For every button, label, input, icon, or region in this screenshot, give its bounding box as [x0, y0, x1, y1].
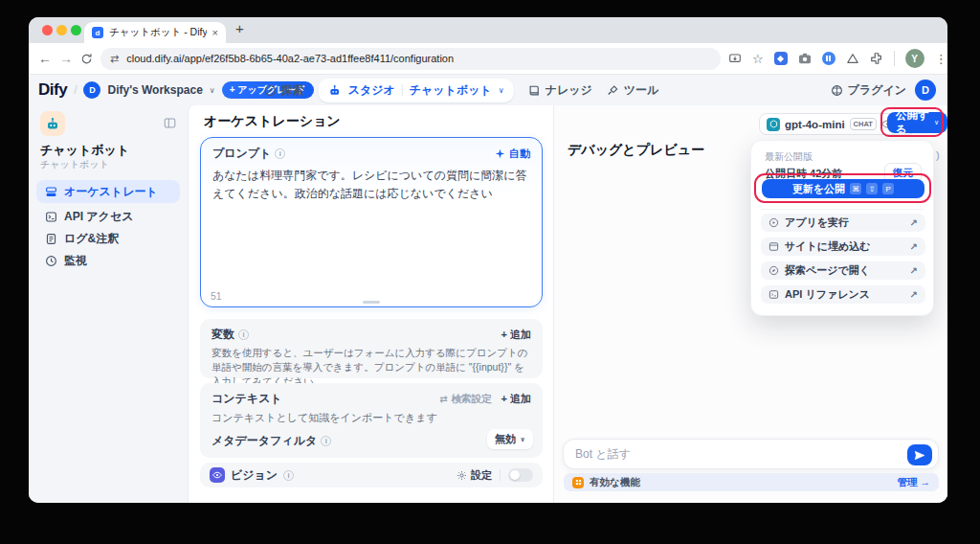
- model-name: gpt-4o-mini: [785, 119, 845, 130]
- send-button[interactable]: [907, 444, 932, 465]
- bookmark-star-icon[interactable]: ☆: [752, 52, 764, 66]
- auto-generate-button[interactable]: 自動: [495, 147, 530, 161]
- vision-toggle[interactable]: [508, 468, 533, 482]
- pause-extension-icon[interactable]: [822, 52, 835, 65]
- update-publish-button[interactable]: 更新を公開 ⌘ ⇧ P: [762, 179, 924, 198]
- info-icon[interactable]: i: [238, 329, 249, 340]
- add-context-button[interactable]: + 追加: [501, 392, 531, 406]
- back-icon[interactable]: ←: [38, 51, 52, 66]
- app-chevron-icon[interactable]: ∨: [499, 86, 504, 95]
- app-type: チャットボット: [40, 158, 109, 171]
- workspace-name[interactable]: Dify's Workspace: [107, 83, 202, 97]
- model-provider-icon: [767, 118, 780, 131]
- manage-features-link[interactable]: 管理 →: [898, 476, 930, 489]
- nav-studio[interactable]: スタジオ: [348, 82, 395, 99]
- reload-icon[interactable]: [80, 53, 93, 65]
- sidebar-item-api-access[interactable]: API アクセス: [36, 205, 180, 228]
- retrieval-settings-button[interactable]: ⇄ 検索設定: [439, 393, 491, 406]
- browser-toolbar: ← → ⇄ cloud.dify.ai/app/ef26f5b8-6b65-40…: [29, 43, 947, 75]
- orchestration-panel: オーケストレーション プロンプト i 自動 あなたは料理専門家です。レシピについ…: [188, 105, 553, 503]
- vision-settings-button[interactable]: 設定: [457, 468, 492, 483]
- site-info-icon[interactable]: ⇄: [110, 53, 119, 65]
- cloud-extension-icon[interactable]: [846, 53, 859, 64]
- info-icon[interactable]: i: [283, 470, 294, 481]
- api-reference-icon: [768, 289, 779, 300]
- features-label: 有効な機能: [590, 476, 640, 489]
- plugins-icon: [831, 84, 843, 97]
- metadata-filter-dropdown[interactable]: 無効 ∨: [487, 429, 533, 449]
- url-text: cloud.dify.ai/app/ef26f5b8-6b65-40a2-ae7…: [126, 53, 454, 64]
- nav-tools[interactable]: ツール: [607, 82, 659, 99]
- orchestrate-icon: [45, 186, 57, 198]
- menu-item-embed-site[interactable]: サイトに埋め込む ↗: [761, 238, 925, 256]
- resize-handle[interactable]: [363, 301, 380, 304]
- sidebar-item-logs[interactable]: ログ&注釈: [36, 227, 180, 250]
- close-window-button[interactable]: [42, 25, 53, 35]
- book-icon: [528, 84, 541, 97]
- chevron-down-icon: ∨: [934, 119, 939, 126]
- sidebar-item-monitoring[interactable]: 監視: [36, 249, 180, 272]
- workspace-chevron-icon[interactable]: ∨: [210, 86, 215, 95]
- pill-divider: [402, 84, 403, 96]
- dify-logo: Dify: [38, 80, 67, 100]
- publish-button[interactable]: 公開する ∨: [887, 112, 947, 133]
- gear-icon: [457, 470, 467, 481]
- user-avatar[interactable]: D: [915, 79, 936, 101]
- app-icon: [40, 111, 65, 136]
- send-icon: [914, 450, 925, 461]
- menu-item-api-reference[interactable]: API リファレンス ↗: [761, 285, 925, 304]
- app-name: チャットボット: [40, 142, 129, 159]
- address-bar[interactable]: ⇄ cloud.dify.ai/app/ef26f5b8-6b65-40a2-a…: [100, 48, 721, 70]
- latest-version-label: 最新公開版: [765, 150, 813, 164]
- extension-icon[interactable]: [774, 52, 788, 65]
- browser-tab[interactable]: d チャットボット - Dify ×: [84, 22, 226, 43]
- browser-tab-strip: d チャットボット - Dify × +: [29, 17, 947, 43]
- api-icon: [45, 211, 57, 223]
- screen: d チャットボット - Dify × + ← → ⇄ cloud.dify.ai…: [0, 0, 980, 544]
- enabled-features-bar: 有効な機能 管理 →: [564, 473, 939, 491]
- zoom-window-button[interactable]: [71, 25, 81, 35]
- forward-icon[interactable]: →: [59, 51, 73, 66]
- plugins-button[interactable]: プラグイン: [831, 82, 906, 99]
- install-app-icon[interactable]: [728, 53, 742, 65]
- collapse-sidebar-icon[interactable]: [164, 117, 176, 129]
- chat-input-box: [563, 439, 939, 469]
- info-icon[interactable]: i: [275, 148, 285, 159]
- robot-icon: [328, 84, 342, 97]
- explore-compass-icon: [264, 84, 277, 97]
- screenshot-extension-icon[interactable]: [798, 53, 812, 64]
- extensions-puzzle-icon[interactable]: [870, 52, 883, 65]
- menu-item-open-explore[interactable]: 探索ページで開く ↗: [761, 261, 925, 280]
- info-icon[interactable]: i: [321, 436, 331, 446]
- menu-item-run-app[interactable]: アプリを実行 ↗: [761, 214, 925, 232]
- context-label: コンテキスト: [212, 391, 282, 407]
- new-tab-button[interactable]: +: [235, 20, 244, 36]
- tab-title: チャットボット - Dify: [109, 26, 207, 39]
- variables-label: 変数: [212, 327, 234, 343]
- publish-dropdown: 最新公開版 公開日時 42分前 復元 更新を公開 ⌘ ⇧ P アプリを実行: [750, 140, 934, 316]
- dify-header: Dify / D Dify's Workspace ∨ + アップグレード 探索…: [29, 75, 947, 105]
- workspace-avatar[interactable]: D: [83, 81, 100, 99]
- prompt-text[interactable]: あなたは料理専門家です。レシピについての質問に簡潔に答えてください。政治的な話題…: [212, 167, 532, 202]
- sidebar-item-orchestrate[interactable]: オーケストレート: [36, 180, 180, 203]
- nav-studio-pill[interactable]: スタジオ チャットボット ∨: [319, 79, 514, 102]
- retrieval-icon: ⇄: [439, 394, 447, 404]
- close-tab-icon[interactable]: ×: [212, 27, 218, 38]
- features-icon: [572, 477, 584, 488]
- vision-icon: [210, 467, 225, 483]
- panel-title: オーケストレーション: [204, 113, 341, 130]
- nav-knowledge[interactable]: ナレッジ: [528, 82, 592, 99]
- nav-explore[interactable]: 探索: [264, 82, 304, 99]
- chat-input[interactable]: [564, 440, 844, 468]
- external-link-icon: ↗: [910, 217, 918, 228]
- browser-menu-icon[interactable]: ⋮: [935, 52, 947, 66]
- nav-current-app[interactable]: チャットボット: [410, 82, 492, 99]
- divider: [500, 469, 501, 481]
- model-type-badge: CHAT: [850, 118, 877, 130]
- add-variable-button[interactable]: + 追加: [501, 328, 531, 342]
- browser-profile-avatar[interactable]: Y: [905, 49, 924, 68]
- minimize-window-button[interactable]: [56, 25, 67, 35]
- debug-panel: デバッグとプレビュー gpt-4o-mini CHAT 公開する ∨: [553, 105, 947, 503]
- chevron-down-icon: ∨: [520, 436, 525, 443]
- vision-card: ビジョン i 設定: [200, 463, 543, 487]
